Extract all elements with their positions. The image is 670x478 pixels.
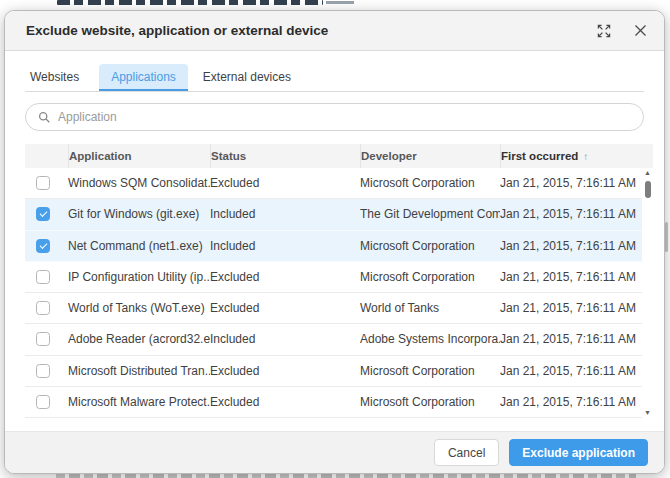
scroll-up-icon[interactable]: ▲: [644, 168, 651, 178]
cell-first-occurred: Jan 21, 2015, 7:16:11 AM: [500, 270, 653, 284]
table-body: Windows SQM Consolidat... Excluded Micro…: [25, 168, 653, 418]
exclude-dialog: Exclude website, application or external…: [4, 10, 665, 474]
search-input[interactable]: [58, 110, 633, 124]
cell-checkbox: [25, 301, 68, 315]
row-checkbox[interactable]: [36, 207, 50, 221]
cell-application: Microsoft Malware Protect...: [68, 395, 210, 409]
cell-first-occurred: Jan 21, 2015, 7:16:11 AM: [500, 207, 653, 221]
cell-checkbox: [25, 332, 68, 346]
cancel-button[interactable]: Cancel: [434, 439, 499, 466]
cell-status: Excluded: [210, 301, 360, 315]
cell-first-occurred: Jan 21, 2015, 7:16:11 AM: [500, 176, 653, 190]
row-checkbox[interactable]: [36, 395, 50, 409]
cell-application: World of Tanks (WoT.exe): [68, 301, 210, 315]
cell-checkbox: [25, 395, 68, 409]
cell-application: Git for Windows (git.exe): [68, 207, 210, 221]
table-row[interactable]: Net Command (net1.exe) Included Microsof…: [25, 231, 653, 262]
cell-status: Included: [210, 239, 360, 253]
page-scrollbar-thumb[interactable]: [665, 222, 668, 252]
cell-checkbox: [25, 207, 68, 221]
cell-status: Included: [210, 207, 360, 221]
cell-first-occurred: Jan 21, 2015, 7:16:11 AM: [500, 364, 653, 378]
table-row[interactable]: Microsoft Distributed Tran... Excluded M…: [25, 356, 653, 387]
close-icon[interactable]: [633, 23, 648, 38]
cell-status: Included: [210, 332, 360, 346]
cell-checkbox: [25, 270, 68, 284]
cell-application: IP Configuration Utility (ip...: [68, 270, 210, 284]
sort-ascending-icon: ↑: [583, 151, 588, 162]
search-box: [25, 103, 644, 131]
scroll-down-icon[interactable]: ▼: [644, 408, 651, 418]
table-scrollbar[interactable]: ▲ ▼: [642, 168, 653, 418]
cell-status: Excluded: [210, 364, 360, 378]
table-row[interactable]: Git for Windows (git.exe) Included The G…: [25, 199, 653, 230]
column-header-first-occurred[interactable]: First occurred ↑: [500, 144, 653, 168]
cell-first-occurred: Jan 21, 2015, 7:16:11 AM: [500, 395, 653, 409]
dialog-body: WebsitesApplicationsExternal devices App…: [5, 51, 664, 418]
row-checkbox[interactable]: [36, 270, 50, 284]
row-checkbox[interactable]: [36, 239, 50, 253]
table-row[interactable]: World of Tanks (WoT.exe) Excluded World …: [25, 293, 653, 324]
row-checkbox[interactable]: [36, 332, 50, 346]
cell-status: Excluded: [210, 270, 360, 284]
dialog-footer: Cancel Exclude application: [5, 431, 664, 473]
column-header-developer[interactable]: Developer: [360, 144, 500, 168]
cell-first-occurred: Jan 21, 2015, 7:16:11 AM: [500, 332, 653, 346]
background-page-heading-rule: [326, 1, 354, 4]
cell-developer: Microsoft Corporation: [360, 176, 500, 190]
row-checkbox[interactable]: [36, 301, 50, 315]
table-row[interactable]: Adobe Reader (acrord32.e... Included Ado…: [25, 324, 653, 355]
cell-application: Microsoft Distributed Tran...: [68, 364, 210, 378]
cell-developer: Microsoft Corporation: [360, 395, 500, 409]
column-header-checkbox: [25, 144, 68, 168]
table-scrollbar-thumb[interactable]: [645, 181, 651, 198]
tab-bar: WebsitesApplicationsExternal devices: [25, 65, 644, 92]
cell-application: Net Command (net1.exe): [68, 239, 210, 253]
search-icon: [38, 111, 51, 124]
background-page-text-clipped: [56, 474, 636, 478]
table-row[interactable]: IP Configuration Utility (ip... Excluded…: [25, 262, 653, 293]
column-header-application[interactable]: Application: [68, 144, 210, 168]
cell-status: Excluded: [210, 176, 360, 190]
cell-status: Excluded: [210, 395, 360, 409]
cell-developer: Microsoft Corporation: [360, 270, 500, 284]
cell-checkbox: [25, 239, 68, 253]
table-header-row: Application Status Developer First occur…: [25, 144, 653, 168]
tab-websites[interactable]: Websites: [25, 64, 91, 91]
row-checkbox[interactable]: [36, 364, 50, 378]
cell-first-occurred: Jan 21, 2015, 7:16:11 AM: [500, 301, 653, 315]
cell-checkbox: [25, 176, 68, 190]
exclude-application-button[interactable]: Exclude application: [509, 439, 648, 466]
cell-application: Adobe Reader (acrord32.e...: [68, 332, 210, 346]
table-row[interactable]: Microsoft Malware Protect... Excluded Mi…: [25, 387, 653, 418]
cell-checkbox: [25, 364, 68, 378]
background-page-heading-clipped: [57, 0, 323, 5]
row-checkbox[interactable]: [36, 176, 50, 190]
cell-first-occurred: Jan 21, 2015, 7:16:11 AM: [500, 239, 653, 253]
expand-icon[interactable]: [596, 23, 611, 38]
cell-developer: Microsoft Corporation: [360, 239, 500, 253]
cell-developer: World of Tanks: [360, 301, 500, 315]
column-header-status[interactable]: Status: [210, 144, 360, 168]
cell-developer: Adobe Systems Incorpora...: [360, 332, 500, 346]
cell-application: Windows SQM Consolidat...: [68, 176, 210, 190]
applications-table: Application Status Developer First occur…: [25, 144, 653, 418]
dialog-header: Exclude website, application or external…: [5, 11, 664, 51]
cell-developer: Microsoft Corporation: [360, 364, 500, 378]
cell-developer: The Git Development Com...: [360, 207, 500, 221]
table-row[interactable]: Windows SQM Consolidat... Excluded Micro…: [25, 168, 653, 199]
dialog-title: Exclude website, application or external…: [26, 23, 596, 38]
tab-applications[interactable]: Applications: [99, 64, 188, 91]
tab-external-devices[interactable]: External devices: [191, 64, 303, 91]
